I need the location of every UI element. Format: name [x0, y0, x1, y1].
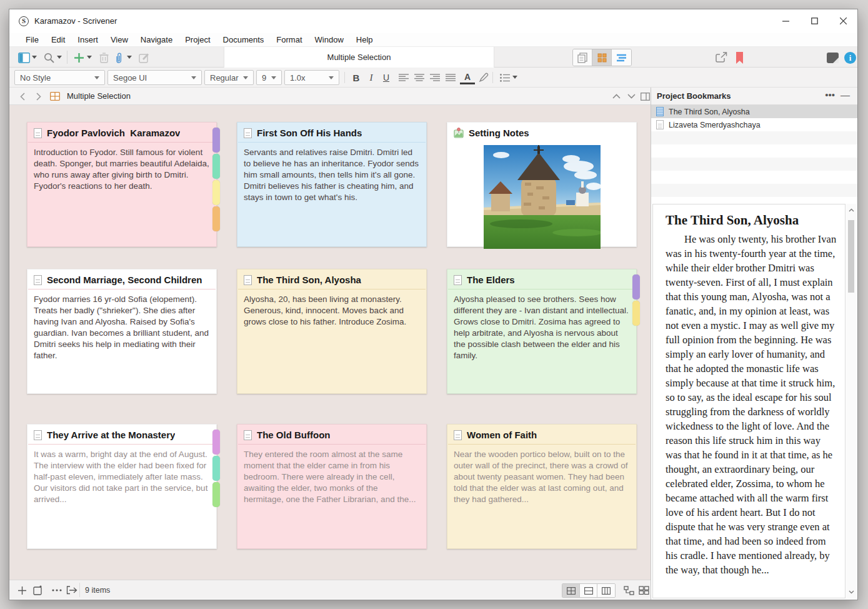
scrivener-window: S Karamazov - Scrivener File Edit Insert…: [9, 9, 858, 600]
rows-layout-button[interactable]: [580, 584, 597, 597]
highlight-pen-icon[interactable]: [476, 70, 491, 85]
keyword-chip: [212, 456, 220, 481]
bookmark-icon[interactable]: [732, 51, 746, 64]
underline-button[interactable]: U: [379, 70, 394, 85]
font-size-dropdown[interactable]: 9: [256, 70, 282, 85]
menu-documents[interactable]: Documents: [217, 35, 271, 44]
split-editor-icon[interactable]: [639, 91, 651, 102]
index-card-third-son[interactable]: The Third Son, Alyosha Alyosha, 20, has …: [237, 269, 427, 394]
corkboard-options-icon[interactable]: [637, 584, 650, 596]
bookmark-item[interactable]: Lizaveta Smerdyashchaya: [651, 118, 857, 131]
bold-button[interactable]: B: [349, 70, 364, 85]
line-spacing-dropdown[interactable]: 1.0x: [284, 70, 339, 85]
scroll-down-icon[interactable]: [846, 587, 856, 597]
bookmarks-collapse-icon[interactable]: —: [841, 89, 850, 100]
forward-arrow-icon[interactable]: [33, 91, 44, 102]
editor-title: Multiple Selection: [67, 91, 131, 101]
keyword-chips: [632, 269, 640, 393]
align-center-icon[interactable]: [412, 70, 427, 85]
index-card-setting-notes[interactable]: Setting Notes: [447, 122, 637, 247]
font-variant-dropdown[interactable]: Regular: [204, 70, 254, 85]
freeform-layout-icon[interactable]: [622, 584, 635, 596]
bookmarks-more-icon[interactable]: •••: [825, 89, 835, 100]
paperclip-dropdown-arrow[interactable]: [127, 56, 132, 59]
more-options-icon[interactable]: [51, 584, 63, 596]
share-icon[interactable]: [714, 51, 728, 64]
menu-window[interactable]: Window: [309, 35, 350, 44]
grid-layout-button[interactable]: [562, 584, 580, 597]
align-justify-icon[interactable]: [443, 70, 458, 85]
menu-format[interactable]: Format: [270, 35, 308, 44]
menu-file[interactable]: File: [19, 35, 45, 44]
style-value: No Style: [20, 73, 51, 83]
bookmark-empty-row: [651, 171, 857, 184]
search-icon[interactable]: [42, 51, 56, 64]
index-card-fyodor[interactable]: Fyodor Pavlovich Karamazov Introduction …: [27, 122, 217, 247]
variant-value: Regular: [210, 73, 239, 83]
text-color-button[interactable]: A: [460, 71, 475, 84]
close-button[interactable]: [829, 9, 857, 32]
card-title: The Third Son, Alyosha: [257, 274, 361, 285]
scrivenings-view-button[interactable]: [573, 49, 592, 66]
font-value: Segoe UI: [113, 73, 147, 83]
italic-button[interactable]: I: [364, 70, 379, 85]
style-dropdown[interactable]: No Style: [14, 70, 105, 85]
minimize-button[interactable]: [771, 9, 800, 32]
align-right-icon[interactable]: [427, 70, 442, 85]
menu-navigate[interactable]: Navigate: [134, 35, 179, 44]
toolbar-separator: [67, 51, 67, 64]
bookmarks-header: Project Bookmarks ••• —: [651, 88, 857, 105]
document-icon: [34, 128, 42, 138]
add-card-icon[interactable]: [16, 584, 28, 596]
align-left-icon[interactable]: [396, 70, 411, 85]
index-card-women-of-faith[interactable]: Women of Faith Near the wooden portico b…: [447, 424, 637, 549]
search-dropdown-arrow[interactable]: [57, 56, 62, 59]
editor-footer: 9 items: [9, 580, 651, 599]
add-item-icon[interactable]: [72, 51, 86, 64]
index-card-arrive-monastery[interactable]: They Arrive at the Monastery It was a wa…: [27, 424, 217, 549]
index-card-elders[interactable]: The Elders Alyosha pleased to see brothe…: [447, 269, 637, 394]
font-dropdown[interactable]: Segoe UI: [107, 70, 202, 85]
preview-scrollbar[interactable]: [846, 204, 856, 598]
index-card-second-marriage[interactable]: Second Marriage, Second Children Fyodor …: [27, 269, 217, 394]
compose-icon[interactable]: [137, 51, 151, 64]
menu-help[interactable]: Help: [350, 35, 379, 44]
columns-layout-button[interactable]: [597, 584, 615, 597]
index-card-first-son[interactable]: First Son Off His Hands Servants and rel…: [237, 122, 427, 247]
binder-toggle-icon[interactable]: [17, 51, 31, 64]
document-icon: [454, 275, 462, 285]
add-dropdown-arrow[interactable]: [87, 56, 92, 59]
inspector-info-icon[interactable]: i: [843, 51, 857, 64]
chevron-up-icon[interactable]: [611, 91, 622, 102]
card-synopsis: They entered the room almost at the same…: [237, 445, 426, 510]
corkboard-view-button[interactable]: [592, 49, 612, 66]
bookmark-empty-row: [651, 184, 857, 197]
bookmark-preview[interactable]: The Third Son, Alyosha He was only twent…: [652, 204, 846, 598]
card-synopsis: Alyosha, 20, has been living at monaster…: [237, 289, 426, 332]
export-icon[interactable]: [66, 584, 78, 596]
binder-dropdown-arrow[interactable]: [32, 56, 37, 59]
compose-mode-icon[interactable]: [826, 51, 839, 64]
menu-view[interactable]: View: [104, 35, 134, 44]
document-icon: [244, 275, 252, 285]
toolbar-title-field: Multiple Selection: [224, 47, 494, 68]
scroll-up-icon[interactable]: [846, 205, 856, 215]
chevron-down-icon[interactable]: [626, 91, 637, 102]
corkboard[interactable]: Fyodor Pavlovich Karamazov Introduction …: [9, 105, 651, 580]
paperclip-icon[interactable]: [112, 51, 126, 64]
menu-insert[interactable]: Insert: [71, 35, 104, 44]
add-document-icon[interactable]: [32, 584, 44, 596]
menu-edit[interactable]: Edit: [45, 35, 71, 44]
maximize-button[interactable]: [800, 9, 829, 32]
menu-project[interactable]: Project: [179, 35, 216, 44]
keyword-chip: [212, 128, 220, 153]
index-card-old-buffoon[interactable]: The Old Buffoon They entered the room al…: [237, 424, 427, 549]
list-format-icon[interactable]: [497, 70, 512, 85]
trash-icon[interactable]: [97, 51, 111, 64]
list-dropdown-arrow[interactable]: [512, 76, 517, 79]
bookmark-item[interactable]: The Third Son, Alyosha: [651, 105, 857, 118]
back-arrow-icon[interactable]: [17, 91, 28, 102]
scrollbar-thumb[interactable]: [848, 220, 854, 293]
outline-view-button[interactable]: [612, 49, 631, 66]
keyword-chip: [212, 154, 220, 179]
